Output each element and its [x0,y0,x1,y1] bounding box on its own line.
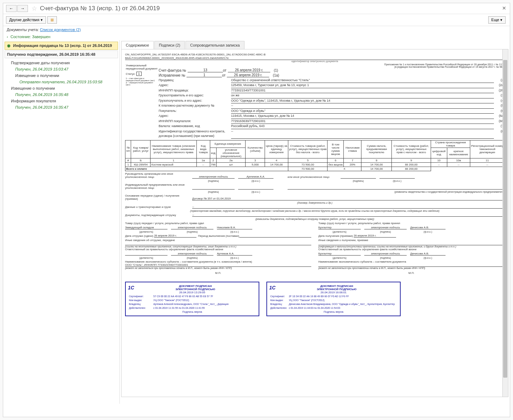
tab-cover-note[interactable]: Сопроводительная записка [185,41,244,49]
signature-stamp: 1СДОКУМЕНТ ПОДПИСАНЭЛЕКТРОННОЙ ПОДПИСЬЮ2… [266,282,401,316]
left-tree-panel: ◉ Информация продавца № 13 (испр. 1) от … [3,40,120,404]
state-line[interactable]: › Состояние: Завершен [3,33,510,40]
docs-line: Документы учета: Список документов (2) [3,26,510,33]
chevron-right-icon: › [7,35,8,39]
tree-item[interactable]: Получен, 26.04.2019 16:35:47 [5,104,117,110]
docs-list-link[interactable]: Список документов (2) [40,28,81,32]
tree-head-selected[interactable]: ◉ Информация продавца № 13 (испр. 1) от … [5,42,118,50]
tree-item[interactable]: Получен, 26.04.2019 16:35:48 [5,91,117,98]
window-title: Счет-фактура № 13 (испр. 1) от 26.04.201… [40,5,160,12]
scrollbar[interactable] [502,49,508,397]
toolbar: Другие действия ▾ ⊞ Еще ▾ [3,14,510,26]
signature-stamp: 1СДОКУМЕНТ ПОДПИСАНЭЛЕКТРОННОЙ ПОДПИСЬЮ2… [125,282,259,316]
titlebar: ← → ☆ Счет-фактура № 13 (испр. 1) от 26.… [3,3,510,14]
tree-item[interactable]: Извещение о получении [5,85,117,91]
tab-content[interactable]: Содержимое [121,41,154,49]
appendix-note: Приложение № 1 к постановлению Правитель… [159,63,505,68]
tree-item[interactable]: Извещение о получении [5,72,117,79]
edoc-id: ON_NSCHFDOPPR_2AL-A7303297-E6CA-4BD6-A73… [125,53,505,63]
more-button[interactable]: Еще ▾ [488,16,506,24]
tabs: Содержимое Подписи (2) Сопроводительная … [121,41,508,49]
other-actions-button[interactable]: Другие действия ▾ [6,16,46,24]
tree: Подтверждение даты полученияПолучен, 26.… [5,58,118,112]
tree-icon-button[interactable]: ⊞ [47,16,57,24]
upd-status-box: Универсальный передаточный документ Стат… [125,63,159,139]
forward-button[interactable]: → [17,5,28,12]
signature-stamps: 1СДОКУМЕНТ ПОДПИСАНЭЛЕКТРОННОЙ ПОДПИСЬЮ2… [125,282,505,316]
tree-item[interactable]: Получен, 26.04.2019 15:03:47 [5,66,117,72]
tab-signatures[interactable]: Подписи (2) [154,41,185,49]
main-window: ← → ☆ Счет-фактура № 13 (испр. 1) от 26.… [3,3,510,417]
tree-subhead[interactable]: Получено подтверждение, 26.04.2019 16:35… [5,50,118,58]
tree-item[interactable]: Подтверждение даты получения [5,60,117,66]
dot-icon: ◉ [7,43,11,48]
invoice-table: № п/п Код товара/ работ, услуг Наименова… [125,140,505,171]
right-panel: Содержимое Подписи (2) Сопроводительная … [120,40,510,404]
back-button[interactable]: ← [6,5,17,12]
star-icon[interactable]: ☆ [31,5,37,12]
tree-item[interactable]: Отправлен получателю, 26.04.2019 15:03:5… [5,79,117,85]
tree-item[interactable]: Информация покупателя [5,98,117,104]
scrollbar-thumb[interactable] [503,60,507,378]
close-icon[interactable]: ✕ [502,5,506,11]
document-area: ON_NSCHFDOPPR_2AL-A7303297-E6CA-4BD6-A73… [121,49,508,397]
